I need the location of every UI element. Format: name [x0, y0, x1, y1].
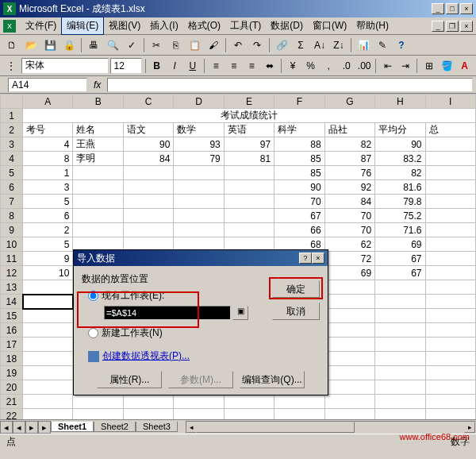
close-button[interactable]: × [460, 3, 473, 14]
properties-button[interactable]: 属性(R)... [97, 371, 162, 388]
percent-icon[interactable]: % [302, 57, 319, 75]
data-cell[interactable] [425, 237, 476, 252]
empty-cell[interactable] [425, 380, 476, 395]
cut-icon[interactable]: ✂ [148, 37, 165, 54]
tab-nav-last[interactable]: ▸ [38, 421, 51, 434]
data-cell[interactable]: 90 [274, 180, 324, 195]
data-cell[interactable] [174, 180, 224, 195]
empty-cell[interactable] [324, 280, 374, 295]
data-cell[interactable] [73, 180, 123, 195]
empty-cell[interactable] [324, 409, 374, 420]
empty-cell[interactable] [174, 395, 224, 409]
align-center-icon[interactable]: ≡ [225, 57, 242, 75]
empty-cell[interactable] [23, 409, 73, 420]
empty-cell[interactable] [425, 395, 476, 409]
font-name-select[interactable] [21, 58, 109, 74]
maximize-button[interactable]: □ [446, 3, 459, 14]
handle-icon[interactable]: ⋮ [3, 57, 20, 75]
menu-help[interactable]: 帮助(H) [351, 17, 393, 34]
redo-icon[interactable]: ↷ [248, 37, 266, 54]
formatpainter-icon[interactable]: 🖌 [205, 37, 222, 54]
empty-cell[interactable] [375, 395, 425, 409]
data-cell[interactable]: 9 [23, 252, 73, 266]
sort-desc-icon[interactable]: Z↓ [330, 37, 347, 54]
column-header-cell[interactable]: 英语 [224, 123, 274, 137]
empty-cell[interactable] [324, 323, 374, 338]
preview-icon[interactable]: 🔍 [104, 37, 121, 54]
row-header-18[interactable]: 18 [1, 352, 23, 366]
data-cell[interactable]: 5 [23, 195, 73, 209]
tab-nav-prev[interactable]: ◂ [13, 421, 25, 434]
sheet-tab-3[interactable]: Sheet3 [136, 422, 178, 432]
permissions-icon[interactable]: 🔒 [60, 37, 78, 54]
empty-cell[interactable] [274, 395, 324, 409]
empty-cell[interactable] [224, 395, 274, 409]
data-cell[interactable]: 5 [23, 237, 73, 252]
column-header-cell[interactable]: 数学 [174, 123, 224, 137]
menu-view[interactable]: 视图(V) [104, 17, 145, 34]
scroll-right-icon[interactable]: ▸ [464, 422, 475, 433]
name-box[interactable]: A14 [8, 78, 87, 92]
column-header-cell[interactable]: 姓名 [73, 123, 123, 137]
sheet-tab-2[interactable]: Sheet2 [94, 422, 136, 432]
save-icon[interactable]: 💾 [41, 37, 59, 54]
data-cell[interactable]: 66 [274, 223, 324, 237]
data-cell[interactable] [425, 195, 476, 209]
data-cell[interactable] [425, 180, 476, 195]
column-header-cell[interactable]: 语文 [123, 123, 173, 137]
row-header-2[interactable]: 2 [1, 123, 23, 137]
data-cell[interactable]: 93 [174, 137, 224, 152]
cancel-button[interactable]: 取消 [272, 303, 320, 320]
tab-nav-first[interactable]: ◂ [0, 421, 13, 434]
col-header-D[interactable]: D [174, 94, 224, 109]
italic-icon[interactable]: I [167, 57, 183, 75]
data-cell[interactable] [174, 223, 224, 237]
empty-cell[interactable] [23, 309, 73, 323]
row-header-3[interactable]: 3 [1, 137, 23, 152]
data-cell[interactable] [425, 266, 476, 280]
col-header-B[interactable]: B [73, 94, 123, 109]
data-cell[interactable]: 90 [123, 137, 173, 152]
menu-data[interactable]: 数据(D) [266, 17, 308, 34]
empty-cell[interactable] [23, 395, 73, 409]
data-cell[interactable]: 2 [23, 223, 73, 237]
empty-cell[interactable] [425, 409, 476, 420]
row-header-7[interactable]: 7 [1, 195, 23, 209]
spellcheck-icon[interactable]: ✓ [123, 37, 140, 54]
empty-cell[interactable] [23, 352, 73, 366]
empty-cell[interactable] [324, 380, 374, 395]
column-header-cell[interactable]: 科学 [274, 123, 324, 137]
row-header-14[interactable]: 14 [1, 295, 23, 309]
empty-cell[interactable] [123, 409, 173, 420]
autosum-icon[interactable]: Σ [292, 37, 309, 54]
comma-icon[interactable]: , [321, 57, 337, 75]
data-cell[interactable]: 1 [23, 166, 73, 180]
decrease-decimal-icon[interactable]: .00 [356, 57, 373, 75]
data-cell[interactable] [425, 252, 476, 266]
data-cell[interactable]: 81.6 [375, 180, 425, 195]
data-cell[interactable]: 4 [23, 137, 73, 152]
align-right-icon[interactable]: ≡ [244, 57, 260, 75]
data-cell[interactable] [174, 195, 224, 209]
empty-cell[interactable] [324, 309, 374, 323]
scroll-thumb[interactable] [196, 422, 355, 433]
row-header-4[interactable]: 4 [1, 152, 23, 166]
new-icon[interactable]: 🗋 [3, 37, 21, 54]
data-cell[interactable]: 67 [375, 252, 425, 266]
row-header-13[interactable]: 13 [1, 280, 23, 295]
data-cell[interactable] [224, 209, 274, 223]
row-header-8[interactable]: 8 [1, 209, 23, 223]
data-cell[interactable]: 8 [23, 152, 73, 166]
copy-icon[interactable]: ⎘ [167, 37, 184, 54]
data-cell[interactable]: 92 [324, 180, 374, 195]
empty-cell[interactable] [425, 366, 476, 380]
ok-button[interactable]: 确定 [272, 280, 320, 298]
data-cell[interactable] [174, 209, 224, 223]
empty-cell[interactable] [375, 366, 425, 380]
data-cell[interactable] [425, 223, 476, 237]
dialog-help-button[interactable]: ? [299, 253, 312, 264]
row-header-12[interactable]: 12 [1, 266, 23, 280]
increase-indent-icon[interactable]: ⇥ [397, 57, 414, 75]
empty-cell[interactable] [425, 323, 476, 338]
fx-icon[interactable]: fx [94, 79, 101, 91]
